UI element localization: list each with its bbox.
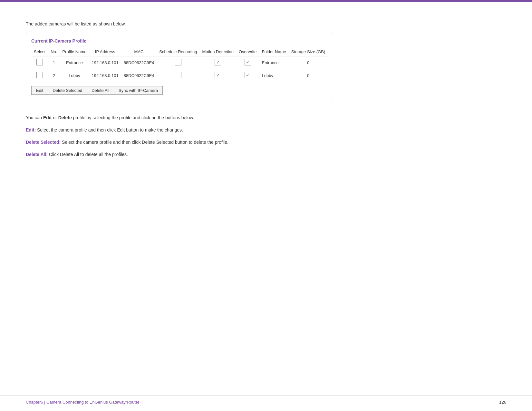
desc-main: You can Edit or Delete profile by select… — [26, 113, 506, 122]
desc-edit-label: Edit: — [26, 127, 36, 132]
intro-text: The added cameras will be listed as show… — [26, 21, 506, 26]
row-overwrite-checkbox[interactable] — [245, 59, 251, 65]
desc-delete-selected: Delete Selected: Select the camera profi… — [26, 138, 506, 147]
footer: Chapter6 | Camera Connecting to EnGenius… — [0, 396, 532, 405]
desc-delete-all-label: Delete All: — [26, 152, 48, 157]
col-header-folder-name: Folder Name — [259, 47, 289, 56]
row-profile-name: Entrance — [60, 56, 89, 69]
col-header-mac: MAC — [121, 47, 157, 56]
camera-profile-table: Select No. Profile Name IP Address MAC S… — [31, 47, 328, 82]
table-title: Current IP-Camera Profile — [31, 38, 328, 44]
description-section: You can Edit or Delete profile by select… — [26, 113, 506, 159]
row-storage-size: 0 — [289, 56, 328, 69]
row-overwrite-checkbox[interactable] — [245, 72, 251, 78]
desc-edit: Edit: Select the camera profile and then… — [26, 125, 506, 134]
row-no: 2 — [48, 69, 60, 82]
table-row: 2Lobby192.168.0.10188DC9622C9E4Lobby0 — [31, 69, 328, 82]
table-row: 1Entrance192.168.0.10188DC9622C9E4Entran… — [31, 56, 328, 69]
col-header-select: Select — [31, 47, 48, 56]
row-schedule-recording-checkbox[interactable] — [175, 72, 181, 78]
delete-all-button[interactable]: Delete All — [87, 86, 114, 95]
row-folder-name: Lobby — [259, 69, 289, 82]
row-schedule-recording-checkbox[interactable] — [175, 59, 181, 65]
table-container: Current IP-Camera Profile Select No. Pro… — [26, 33, 333, 100]
row-mac: 88DC9622C9E4 — [121, 56, 157, 69]
col-header-no: No. — [48, 47, 60, 56]
delete-selected-button[interactable]: Delete Selected — [48, 86, 87, 95]
footer-left: Chapter6 | Camera Connecting to EnGenius… — [26, 400, 139, 405]
desc-delete-selected-label: Delete Selected: — [26, 140, 61, 145]
desc-edit-text: Select the camera profile and then click… — [37, 127, 183, 132]
desc-delete-selected-text: Select the camera profile and then click… — [62, 140, 228, 145]
row-select-checkbox[interactable] — [36, 72, 43, 78]
col-header-storage-size: Storage Size (GB) — [289, 47, 328, 56]
row-mac: 88DC9622C9E4 — [121, 69, 157, 82]
row-ip-address: 192.168.0.101 — [89, 56, 121, 69]
sync-button[interactable]: Sync with IP-Camera — [114, 86, 163, 95]
row-storage-size: 0 — [289, 69, 328, 82]
row-motion-detection-checkbox[interactable] — [215, 72, 221, 78]
table-button-row: Edit Delete Selected Delete All Sync wit… — [31, 86, 328, 95]
col-header-motion-detection: Motion Detection — [199, 47, 236, 56]
row-folder-name: Entrance — [259, 56, 289, 69]
row-ip-address: 192.168.0.101 — [89, 69, 121, 82]
page-number: 126 — [499, 400, 506, 405]
desc-delete-all: Delete All: Click Delete All to delete a… — [26, 150, 506, 159]
col-header-overwrite: Overwrite — [236, 47, 259, 56]
col-header-schedule-recording: Schedule Recording — [157, 47, 199, 56]
desc-delete-all-text: Click Delete All to delete all the profi… — [49, 152, 128, 157]
col-header-ip-address: IP Address — [89, 47, 121, 56]
row-motion-detection-checkbox[interactable] — [215, 59, 221, 65]
col-header-profile-name: Profile Name — [60, 47, 89, 56]
edit-button[interactable]: Edit — [31, 86, 48, 95]
row-select-checkbox[interactable] — [36, 59, 43, 65]
row-no: 1 — [48, 56, 60, 69]
row-profile-name: Lobby — [60, 69, 89, 82]
